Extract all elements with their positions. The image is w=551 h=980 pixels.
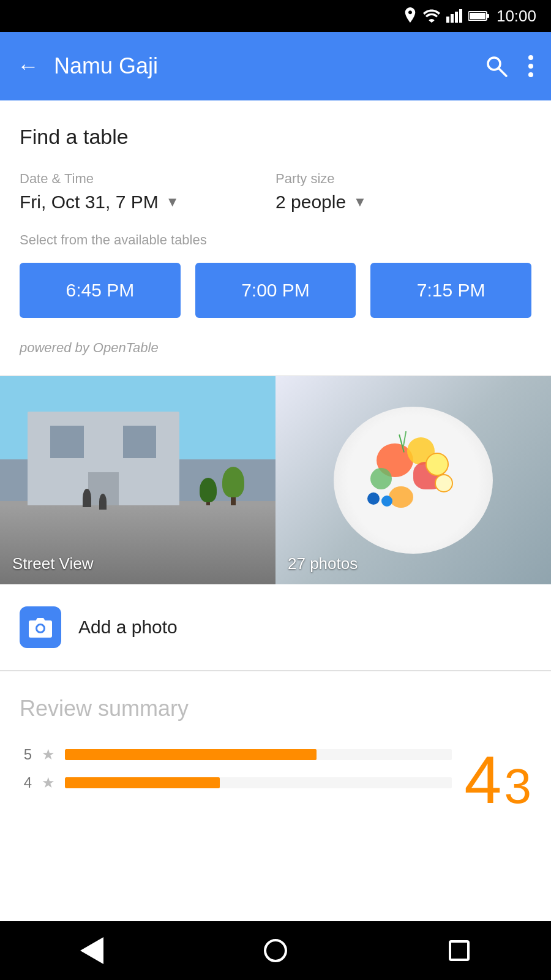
lemon-1 [425,453,449,476]
building-shape [28,412,179,505]
street-view-photo[interactable]: Street View [0,376,276,584]
add-photo-text: Add a photo [78,617,178,638]
rating-bars: 5 ★ 4 ★ 4 3 [20,746,531,813]
opentable-credit: powered by OpenTable [20,340,531,356]
plate [334,407,493,554]
time-slot-700[interactable]: 7:00 PM [195,263,356,318]
berry-2 [381,496,392,507]
date-time-label: Date & Time [20,171,276,187]
status-time: 10:00 [497,7,536,26]
canopy-1 [222,467,244,497]
status-icons: 10:00 [403,7,536,26]
svg-rect-3 [459,9,462,23]
party-size-value: 2 people [276,192,346,213]
date-time-group: Date & Time Fri, Oct 31, 7 PM ▼ [20,171,276,213]
rating-row-5: 5 ★ [20,746,452,763]
app-bar-icons [485,55,534,78]
review-title: Review summary [20,696,531,722]
food-photo-bg [276,376,551,584]
time-slot-715[interactable]: 7:15 PM [370,263,531,318]
window-left [50,426,83,459]
location-icon [403,7,417,24]
person-2 [99,494,107,510]
berry-1 [367,492,380,505]
party-size-group: Party size 2 people ▼ [276,171,531,213]
available-label: Select from the available tables [20,232,531,248]
svg-rect-5 [487,14,489,18]
back-nav-icon [80,937,103,964]
time-slot-645[interactable]: 6:45 PM [20,263,181,318]
find-table-section: Find a table Date & Time Fri, Oct 31, 7 … [0,100,551,375]
rating-bars-left: 5 ★ 4 ★ [20,746,452,802]
svg-rect-2 [455,12,458,23]
party-size-selector[interactable]: 2 people ▼ [276,192,531,213]
recents-nav-button[interactable] [435,926,484,975]
street-view-bg [0,376,276,584]
home-nav-button[interactable] [251,926,300,975]
lemon-2 [435,474,453,492]
svg-rect-1 [451,14,454,23]
star-icon-4: ★ [42,774,55,791]
camera-icon [28,617,53,638]
svg-point-11 [528,72,533,77]
svg-point-9 [528,55,533,60]
party-size-label: Party size [276,171,531,187]
star-icon-5: ★ [42,746,55,763]
search-icon[interactable] [485,55,508,78]
street-view-label: Street View [12,554,93,573]
rating-num-4: 4 [20,774,32,791]
bar-track-5 [65,749,452,760]
window-right [123,426,156,459]
review-section: Review summary 5 ★ 4 ★ [0,671,551,826]
home-nav-icon [264,939,287,962]
photos-count-label: 27 photos [288,554,358,573]
svg-rect-0 [446,17,449,23]
garnish-2 [403,431,407,447]
rating-score-display: 4 3 [452,746,531,813]
recents-nav-icon [449,940,470,961]
date-time-arrow: ▼ [166,194,179,210]
status-bar: 10:00 [0,0,551,32]
bar-track-4 [65,777,452,788]
score-whole: 4 [464,746,501,813]
person-1 [83,489,91,507]
wifi-icon [423,9,440,23]
dropdowns-row: Date & Time Fri, Oct 31, 7 PM ▼ Party si… [20,171,531,213]
food-item-5 [389,486,413,508]
bar-fill-5 [65,749,317,760]
food-photo[interactable]: 27 photos [276,376,551,584]
find-table-title: Find a table [20,125,531,149]
signal-icon [446,9,462,23]
battery-icon [468,10,490,21]
main-content: Find a table Date & Time Fri, Oct 31, 7 … [0,100,551,826]
date-time-selector[interactable]: Fri, Oct 31, 7 PM ▼ [20,192,276,213]
add-photo-row[interactable]: Add a photo [0,584,551,670]
svg-rect-6 [470,13,485,19]
svg-line-8 [498,68,506,76]
date-time-value: Fri, Oct 31, 7 PM [20,192,159,213]
app-bar: ← Namu Gaji [0,32,551,100]
more-icon[interactable] [528,55,534,78]
tree-1 [224,467,242,510]
back-nav-button[interactable] [67,926,116,975]
rating-num-5: 5 [20,746,32,763]
bar-fill-4 [65,777,220,788]
bottom-nav [0,921,551,980]
party-size-arrow: ▼ [353,194,367,210]
back-button[interactable]: ← [17,55,39,77]
score-decimal: 3 [504,762,532,811]
food-items [358,431,468,529]
photos-grid: Street View [0,376,551,584]
svg-point-10 [528,64,533,69]
rating-row-4: 4 ★ [20,774,452,791]
food-item-3 [370,468,392,489]
camera-icon-box [20,606,61,648]
time-slots-row: 6:45 PM 7:00 PM 7:15 PM [20,263,531,318]
app-title: Namu Gaji [54,53,470,79]
canopy-2 [200,478,217,502]
